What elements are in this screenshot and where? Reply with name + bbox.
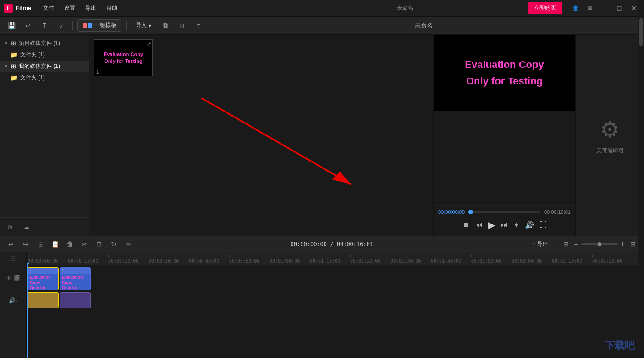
tree-item-project-sub[interactable]: 📁 文件夹 (1) <box>0 49 89 61</box>
preview-video: Evaluation Copy Only for Testing <box>434 35 575 111</box>
ruler-mark-5: 00:00:50:00 <box>229 258 259 263</box>
preview-eval-text: Evaluation Copy Only for Testing <box>465 56 544 89</box>
media-item-1[interactable]: Evaluation Copy Only for Testing 1 ⤢ <box>94 39 153 76</box>
toolbar-import-button[interactable]: 导入 ▾ <box>131 20 156 31</box>
clip1-header: 1 <box>28 268 58 274</box>
ruler-mark-3: 00:00:30:00 <box>149 258 179 263</box>
toolbar-undo-btn[interactable]: ↩ <box>21 19 35 33</box>
timeline-clip-1[interactable]: 1 Evaluation Copy Only for Testing <box>28 267 59 290</box>
clip2-content: Evaluation Copy Only for Testing <box>60 274 90 290</box>
preview-volume-btn[interactable]: 🔊 <box>525 221 534 229</box>
media-eval-line1: Evaluation Copy <box>104 51 143 57</box>
clip2-eval1: Evaluation Copy <box>62 275 83 285</box>
copy-btn[interactable]: ⎘ <box>34 238 47 251</box>
preview-eval-line1: Evaluation Copy <box>465 56 544 73</box>
eye-icon[interactable]: 👁 <box>6 275 11 281</box>
lp-add-btn[interactable]: ⊕ <box>4 220 17 233</box>
ruler-mark-12: 00:02:00:00 <box>512 258 542 263</box>
user-icon[interactable]: 👤 <box>569 2 582 15</box>
delete-btn[interactable]: 🗑 <box>63 238 76 251</box>
zoom-controls: – + <box>574 240 625 248</box>
menu-export[interactable]: 导出 <box>81 2 101 14</box>
timeline-scrollbar[interactable] <box>638 252 644 358</box>
ruler-mark-6: 00:01:00:00 <box>270 258 300 263</box>
toolbar-list-btn[interactable]: ≡ <box>192 19 205 33</box>
app-name: Filme <box>16 5 31 11</box>
zoom-track[interactable] <box>581 243 618 245</box>
toolbar-music-btn[interactable]: ♪ <box>54 19 68 33</box>
import-chevron-icon: ▾ <box>149 22 151 29</box>
zoom-plus-btn[interactable]: + <box>621 240 625 248</box>
subtitle-btn[interactable]: ⊟ <box>560 238 572 251</box>
tree-label-folder2: 文件夹 (1) <box>20 74 45 82</box>
ruler-mark-10: 00:01:40:00 <box>431 258 461 263</box>
toolbar-grid-btn[interactable]: ⊞ <box>175 19 189 33</box>
clip1-content: Evaluation Copy Only for Testing <box>28 274 58 290</box>
paste-btn[interactable]: 📋 <box>49 238 61 251</box>
timeline-video-track: 1 Evaluation Copy Only for Testing 1 Eva… <box>27 265 644 291</box>
split-btn[interactable]: ✂ <box>78 238 91 251</box>
media-item-number: 1 <box>96 70 99 75</box>
clip1-label: 1 <box>30 268 32 273</box>
zoom-minus-btn[interactable]: – <box>574 240 578 248</box>
preview-time-bar: 00:00:00:00 00:00:16:01 <box>438 209 571 215</box>
tree-item-project[interactable]: ▼ ⊞ 项目媒体文件 (1) <box>0 38 89 49</box>
menu-help[interactable]: 帮助 <box>102 2 122 14</box>
maximize-button[interactable]: □ <box>613 2 626 15</box>
timeline-audio-clip-1[interactable] <box>28 292 59 308</box>
export-button[interactable]: ↑ 导出 <box>529 239 552 250</box>
fit-btn[interactable]: ⊞ <box>627 238 639 251</box>
clip2-header: 1 <box>60 268 90 274</box>
toolbar-text-btn[interactable]: T <box>38 19 51 33</box>
preview-stop-btn[interactable]: ⏹ <box>462 221 470 229</box>
tree-label-project: 项目媒体文件 (1) <box>19 39 60 47</box>
menu-file[interactable]: 文件 <box>39 2 59 14</box>
preview-progress-track[interactable] <box>468 211 540 213</box>
music-track-icon: ♪ <box>16 298 18 303</box>
tree-label-folder1: 文件夹 (1) <box>20 51 45 59</box>
preview-settings-btn[interactable]: ✦ <box>513 221 519 229</box>
toolbar-layers-btn[interactable]: ⧉ <box>159 19 172 33</box>
crop-btn[interactable]: ⊡ <box>93 238 105 251</box>
tree-icon-folder2: 📁 <box>10 74 17 81</box>
toolbar-save-btn[interactable]: 💾 <box>5 19 18 33</box>
preview-fullscreen-btn[interactable]: ⛶ <box>539 221 547 229</box>
timeline-audio-clip-2[interactable] <box>60 292 91 308</box>
timeline-clip-2[interactable]: 1 Evaluation Copy Only for Testing <box>60 267 91 290</box>
preview-eval-line2: Only for Testing <box>465 73 544 89</box>
clip1-eval1: Evaluation Copy <box>30 275 51 285</box>
redo-btn[interactable]: ↪ <box>19 238 32 251</box>
expand-icon[interactable]: ⤢ <box>147 41 151 47</box>
preview-play-btn[interactable]: ▶ <box>488 219 495 230</box>
video-track-icon: 🎬 <box>13 275 20 281</box>
toolbar-template-button[interactable]: 一键模板 <box>77 19 121 32</box>
preview-next-frame-btn[interactable]: ⏭ <box>501 221 508 229</box>
tree-label-my: 我的媒体文件 (1) <box>19 62 60 70</box>
timeline-menu-icon[interactable]: ☰ <box>0 252 26 265</box>
media-grid[interactable]: Evaluation Copy Only for Testing 1 ⤢ <box>89 35 433 236</box>
toolbar-title: 未命名 <box>208 22 639 30</box>
toolbar: 💾 ↩ T ♪ 一键模板 导入 ▾ ⧉ ⊞ ≡ 未命名 <box>0 17 644 35</box>
mail-icon[interactable]: ✉ <box>583 2 596 15</box>
bottom-time-display: 00:00:00:00 / 00:00:16:01 <box>137 241 527 247</box>
tree-item-my[interactable]: ▼ ⊞ 我的媒体文件 (1) <box>0 61 89 72</box>
preview-prev-btn[interactable]: ⏮ <box>475 221 483 229</box>
lp-cloud-btn[interactable]: ☁ <box>20 220 33 233</box>
tree-item-my-sub[interactable]: 📁 文件夹 (1) <box>0 72 89 84</box>
minimize-button[interactable]: — <box>598 2 611 15</box>
left-panel-actions: ⊕ ☁ <box>0 217 89 236</box>
timeline-right-panel[interactable]: 00:00:00:00 00:00:10:00 00:00:20:00 00:0… <box>27 252 644 358</box>
timeline-tracks: 1 Evaluation Copy Only for Testing 1 Eva… <box>27 265 644 358</box>
draw-btn[interactable]: ✏ <box>122 238 135 251</box>
bottom-toolbar: ↩ ↪ ⎘ 📋 🗑 ✂ ⊡ ↻ ✏ 00:00:00:00 / 00:00:16… <box>0 236 644 252</box>
template-icon <box>83 23 92 28</box>
tree-icon-project: ⊞ <box>11 40 16 47</box>
buy-button[interactable]: 立即购买 <box>528 2 562 14</box>
rotate-btn[interactable]: ↻ <box>107 238 120 251</box>
undo-btn[interactable]: ↩ <box>5 238 17 251</box>
menu-settings[interactable]: 设置 <box>60 2 80 14</box>
export-label: 导出 <box>537 241 548 248</box>
clip1-eval2: Only for Testing <box>30 285 46 290</box>
ruler-mark-11: 00:01:50:00 <box>471 258 501 263</box>
track-label-audio: 🔊 ♪ <box>0 291 26 310</box>
